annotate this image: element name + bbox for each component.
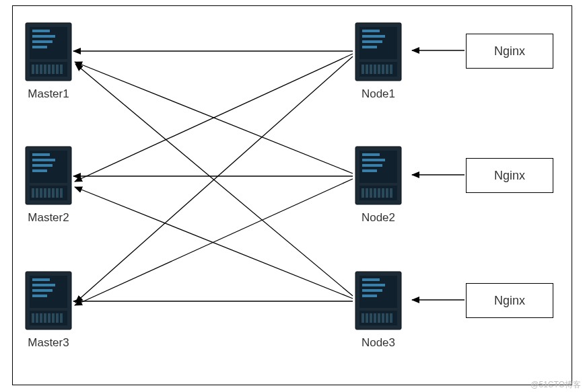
- svg-rect-101: [390, 313, 392, 323]
- svg-rect-51: [40, 313, 42, 323]
- svg-rect-99: [382, 313, 384, 323]
- label-node3: Node3: [354, 336, 403, 350]
- svg-rect-36: [40, 188, 42, 198]
- nginx-box-2: Nginx: [466, 158, 553, 193]
- svg-rect-38: [48, 188, 50, 198]
- svg-rect-81: [370, 188, 372, 198]
- server-master2: [24, 144, 73, 208]
- svg-rect-92: [362, 295, 377, 297]
- label-master1: Master1: [24, 87, 73, 101]
- svg-rect-85: [386, 188, 388, 198]
- svg-rect-39: [52, 188, 55, 198]
- svg-rect-71: [390, 65, 392, 74]
- nginx-label: Nginx: [494, 169, 525, 183]
- svg-rect-54: [52, 313, 55, 323]
- svg-rect-76: [362, 164, 382, 167]
- svg-rect-95: [366, 313, 368, 323]
- svg-rect-50: [36, 313, 38, 323]
- svg-rect-53: [48, 313, 50, 323]
- server-node3: [354, 269, 403, 334]
- svg-rect-25: [56, 65, 59, 74]
- server-node1: [354, 20, 403, 85]
- svg-rect-40: [56, 188, 59, 198]
- svg-rect-83: [378, 188, 380, 198]
- label-node2: Node2: [354, 211, 403, 225]
- svg-rect-100: [386, 313, 388, 323]
- svg-rect-52: [44, 313, 46, 323]
- server-master3: [24, 269, 73, 334]
- svg-rect-82: [374, 188, 376, 198]
- svg-rect-22: [44, 65, 46, 74]
- server-node2: [354, 144, 403, 208]
- server-icon: [354, 20, 403, 85]
- svg-rect-20: [36, 65, 38, 74]
- svg-rect-90: [362, 284, 385, 286]
- svg-rect-45: [32, 284, 55, 286]
- svg-rect-91: [362, 289, 382, 292]
- svg-rect-37: [44, 188, 46, 198]
- svg-rect-30: [32, 159, 55, 161]
- svg-rect-60: [362, 35, 385, 38]
- label-master3: Master3: [24, 336, 73, 350]
- label-node1: Node1: [354, 87, 403, 101]
- svg-rect-75: [362, 159, 385, 161]
- svg-rect-24: [52, 65, 55, 74]
- svg-rect-70: [386, 65, 388, 74]
- svg-rect-46: [32, 289, 53, 292]
- svg-rect-79: [362, 188, 364, 198]
- server-master1: [24, 20, 73, 85]
- svg-rect-68: [378, 65, 380, 74]
- svg-rect-47: [32, 295, 47, 297]
- svg-rect-77: [362, 169, 377, 172]
- svg-rect-74: [362, 153, 380, 156]
- svg-rect-49: [32, 313, 34, 323]
- svg-rect-32: [32, 169, 47, 172]
- svg-rect-35: [36, 188, 38, 198]
- svg-rect-17: [32, 46, 47, 48]
- server-icon: [354, 144, 403, 208]
- svg-rect-34: [32, 188, 34, 198]
- svg-rect-31: [32, 164, 53, 167]
- svg-rect-19: [32, 65, 34, 74]
- server-icon: [354, 269, 403, 334]
- nginx-box-3: Nginx: [466, 283, 553, 318]
- svg-rect-62: [362, 46, 377, 48]
- svg-rect-80: [366, 188, 368, 198]
- svg-rect-59: [362, 30, 380, 32]
- svg-rect-41: [60, 188, 63, 198]
- svg-rect-44: [32, 278, 50, 281]
- svg-rect-14: [32, 30, 50, 32]
- svg-rect-21: [40, 65, 42, 74]
- watermark: @51CTO博客: [530, 379, 581, 391]
- svg-rect-94: [362, 313, 364, 323]
- svg-rect-89: [362, 278, 380, 281]
- svg-rect-64: [362, 65, 364, 74]
- server-icon: [24, 20, 73, 85]
- svg-rect-67: [374, 65, 376, 74]
- svg-rect-98: [378, 313, 380, 323]
- svg-rect-66: [370, 65, 372, 74]
- svg-rect-86: [390, 188, 392, 198]
- svg-rect-69: [382, 65, 384, 74]
- server-icon: [24, 144, 73, 208]
- svg-rect-26: [60, 65, 63, 74]
- nginx-label: Nginx: [494, 294, 525, 308]
- svg-rect-61: [362, 40, 382, 43]
- svg-rect-23: [48, 65, 50, 74]
- svg-rect-97: [374, 313, 376, 323]
- svg-rect-96: [370, 313, 372, 323]
- svg-rect-84: [382, 188, 384, 198]
- svg-rect-65: [366, 65, 368, 74]
- svg-rect-16: [32, 40, 53, 43]
- nginx-box-1: Nginx: [466, 34, 553, 69]
- svg-rect-29: [32, 153, 50, 156]
- svg-rect-55: [56, 313, 59, 323]
- server-icon: [24, 269, 73, 334]
- svg-rect-15: [32, 35, 55, 38]
- label-master2: Master2: [24, 211, 73, 225]
- nginx-label: Nginx: [494, 44, 525, 58]
- svg-rect-56: [60, 313, 63, 323]
